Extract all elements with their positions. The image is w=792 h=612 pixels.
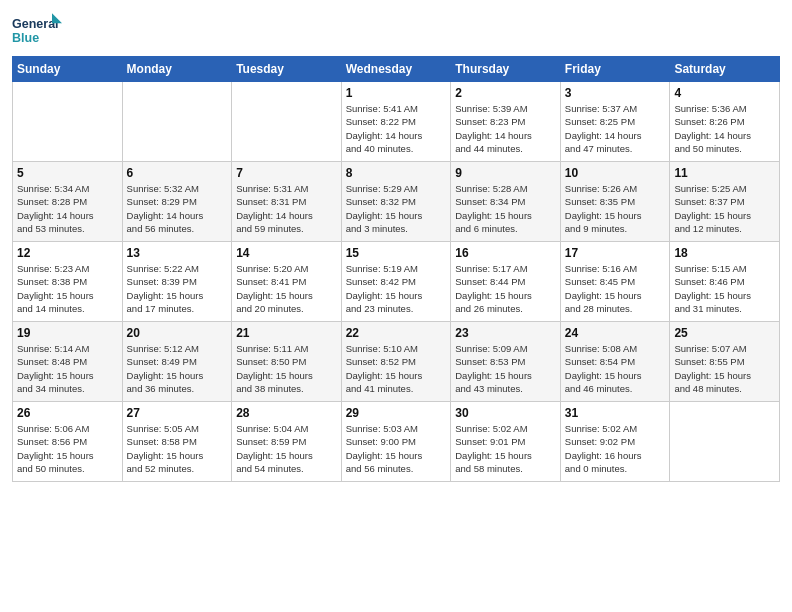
day-cell: 7Sunrise: 5:31 AM Sunset: 8:31 PM Daylig… — [232, 162, 342, 242]
day-info: Sunrise: 5:02 AM Sunset: 9:02 PM Dayligh… — [565, 422, 666, 475]
col-header-sunday: Sunday — [13, 57, 123, 82]
day-cell — [232, 82, 342, 162]
day-info: Sunrise: 5:39 AM Sunset: 8:23 PM Dayligh… — [455, 102, 556, 155]
day-info: Sunrise: 5:07 AM Sunset: 8:55 PM Dayligh… — [674, 342, 775, 395]
day-info: Sunrise: 5:02 AM Sunset: 9:01 PM Dayligh… — [455, 422, 556, 475]
col-header-monday: Monday — [122, 57, 232, 82]
col-header-wednesday: Wednesday — [341, 57, 451, 82]
day-number: 14 — [236, 246, 337, 260]
day-number: 27 — [127, 406, 228, 420]
day-number: 18 — [674, 246, 775, 260]
day-info: Sunrise: 5:17 AM Sunset: 8:44 PM Dayligh… — [455, 262, 556, 315]
day-number: 23 — [455, 326, 556, 340]
day-number: 22 — [346, 326, 447, 340]
week-row-5: 26Sunrise: 5:06 AM Sunset: 8:56 PM Dayli… — [13, 402, 780, 482]
day-info: Sunrise: 5:08 AM Sunset: 8:54 PM Dayligh… — [565, 342, 666, 395]
day-number: 12 — [17, 246, 118, 260]
day-number: 25 — [674, 326, 775, 340]
col-header-tuesday: Tuesday — [232, 57, 342, 82]
day-number: 4 — [674, 86, 775, 100]
day-cell — [122, 82, 232, 162]
day-number: 17 — [565, 246, 666, 260]
week-row-3: 12Sunrise: 5:23 AM Sunset: 8:38 PM Dayli… — [13, 242, 780, 322]
week-row-2: 5Sunrise: 5:34 AM Sunset: 8:28 PM Daylig… — [13, 162, 780, 242]
day-info: Sunrise: 5:41 AM Sunset: 8:22 PM Dayligh… — [346, 102, 447, 155]
day-number: 13 — [127, 246, 228, 260]
day-cell — [13, 82, 123, 162]
day-cell: 12Sunrise: 5:23 AM Sunset: 8:38 PM Dayli… — [13, 242, 123, 322]
day-number: 24 — [565, 326, 666, 340]
day-cell — [670, 402, 780, 482]
day-number: 21 — [236, 326, 337, 340]
day-cell: 3Sunrise: 5:37 AM Sunset: 8:25 PM Daylig… — [560, 82, 670, 162]
day-cell: 4Sunrise: 5:36 AM Sunset: 8:26 PM Daylig… — [670, 82, 780, 162]
day-number: 9 — [455, 166, 556, 180]
day-info: Sunrise: 5:31 AM Sunset: 8:31 PM Dayligh… — [236, 182, 337, 235]
day-cell: 30Sunrise: 5:02 AM Sunset: 9:01 PM Dayli… — [451, 402, 561, 482]
day-cell: 6Sunrise: 5:32 AM Sunset: 8:29 PM Daylig… — [122, 162, 232, 242]
logo: General Blue — [12, 10, 62, 50]
day-cell: 27Sunrise: 5:05 AM Sunset: 8:58 PM Dayli… — [122, 402, 232, 482]
day-cell: 8Sunrise: 5:29 AM Sunset: 8:32 PM Daylig… — [341, 162, 451, 242]
day-cell: 17Sunrise: 5:16 AM Sunset: 8:45 PM Dayli… — [560, 242, 670, 322]
day-info: Sunrise: 5:37 AM Sunset: 8:25 PM Dayligh… — [565, 102, 666, 155]
day-cell: 16Sunrise: 5:17 AM Sunset: 8:44 PM Dayli… — [451, 242, 561, 322]
day-info: Sunrise: 5:06 AM Sunset: 8:56 PM Dayligh… — [17, 422, 118, 475]
day-cell: 13Sunrise: 5:22 AM Sunset: 8:39 PM Dayli… — [122, 242, 232, 322]
day-cell: 18Sunrise: 5:15 AM Sunset: 8:46 PM Dayli… — [670, 242, 780, 322]
svg-text:Blue: Blue — [12, 31, 39, 45]
day-number: 29 — [346, 406, 447, 420]
day-cell: 5Sunrise: 5:34 AM Sunset: 8:28 PM Daylig… — [13, 162, 123, 242]
day-cell: 1Sunrise: 5:41 AM Sunset: 8:22 PM Daylig… — [341, 82, 451, 162]
day-cell: 26Sunrise: 5:06 AM Sunset: 8:56 PM Dayli… — [13, 402, 123, 482]
day-number: 3 — [565, 86, 666, 100]
day-number: 11 — [674, 166, 775, 180]
header-row: SundayMondayTuesdayWednesdayThursdayFrid… — [13, 57, 780, 82]
day-info: Sunrise: 5:22 AM Sunset: 8:39 PM Dayligh… — [127, 262, 228, 315]
day-number: 8 — [346, 166, 447, 180]
day-cell: 24Sunrise: 5:08 AM Sunset: 8:54 PM Dayli… — [560, 322, 670, 402]
day-info: Sunrise: 5:14 AM Sunset: 8:48 PM Dayligh… — [17, 342, 118, 395]
day-info: Sunrise: 5:23 AM Sunset: 8:38 PM Dayligh… — [17, 262, 118, 315]
day-cell: 19Sunrise: 5:14 AM Sunset: 8:48 PM Dayli… — [13, 322, 123, 402]
logo-svg: General Blue — [12, 10, 62, 50]
day-number: 6 — [127, 166, 228, 180]
day-number: 26 — [17, 406, 118, 420]
day-cell: 31Sunrise: 5:02 AM Sunset: 9:02 PM Dayli… — [560, 402, 670, 482]
day-cell: 10Sunrise: 5:26 AM Sunset: 8:35 PM Dayli… — [560, 162, 670, 242]
day-info: Sunrise: 5:26 AM Sunset: 8:35 PM Dayligh… — [565, 182, 666, 235]
day-info: Sunrise: 5:03 AM Sunset: 9:00 PM Dayligh… — [346, 422, 447, 475]
day-info: Sunrise: 5:29 AM Sunset: 8:32 PM Dayligh… — [346, 182, 447, 235]
day-cell: 2Sunrise: 5:39 AM Sunset: 8:23 PM Daylig… — [451, 82, 561, 162]
col-header-friday: Friday — [560, 57, 670, 82]
day-info: Sunrise: 5:32 AM Sunset: 8:29 PM Dayligh… — [127, 182, 228, 235]
day-cell: 15Sunrise: 5:19 AM Sunset: 8:42 PM Dayli… — [341, 242, 451, 322]
day-number: 7 — [236, 166, 337, 180]
svg-text:General: General — [12, 17, 59, 31]
day-number: 31 — [565, 406, 666, 420]
day-number: 1 — [346, 86, 447, 100]
day-cell: 22Sunrise: 5:10 AM Sunset: 8:52 PM Dayli… — [341, 322, 451, 402]
day-info: Sunrise: 5:04 AM Sunset: 8:59 PM Dayligh… — [236, 422, 337, 475]
day-info: Sunrise: 5:05 AM Sunset: 8:58 PM Dayligh… — [127, 422, 228, 475]
day-cell: 11Sunrise: 5:25 AM Sunset: 8:37 PM Dayli… — [670, 162, 780, 242]
day-cell: 28Sunrise: 5:04 AM Sunset: 8:59 PM Dayli… — [232, 402, 342, 482]
day-info: Sunrise: 5:11 AM Sunset: 8:50 PM Dayligh… — [236, 342, 337, 395]
day-cell: 14Sunrise: 5:20 AM Sunset: 8:41 PM Dayli… — [232, 242, 342, 322]
day-number: 16 — [455, 246, 556, 260]
day-info: Sunrise: 5:34 AM Sunset: 8:28 PM Dayligh… — [17, 182, 118, 235]
day-cell: 29Sunrise: 5:03 AM Sunset: 9:00 PM Dayli… — [341, 402, 451, 482]
day-cell: 23Sunrise: 5:09 AM Sunset: 8:53 PM Dayli… — [451, 322, 561, 402]
day-info: Sunrise: 5:15 AM Sunset: 8:46 PM Dayligh… — [674, 262, 775, 315]
day-cell: 25Sunrise: 5:07 AM Sunset: 8:55 PM Dayli… — [670, 322, 780, 402]
day-number: 28 — [236, 406, 337, 420]
header: General Blue — [12, 10, 780, 50]
col-header-saturday: Saturday — [670, 57, 780, 82]
day-cell: 20Sunrise: 5:12 AM Sunset: 8:49 PM Dayli… — [122, 322, 232, 402]
day-info: Sunrise: 5:09 AM Sunset: 8:53 PM Dayligh… — [455, 342, 556, 395]
day-number: 2 — [455, 86, 556, 100]
day-number: 5 — [17, 166, 118, 180]
day-number: 15 — [346, 246, 447, 260]
day-number: 20 — [127, 326, 228, 340]
day-number: 19 — [17, 326, 118, 340]
